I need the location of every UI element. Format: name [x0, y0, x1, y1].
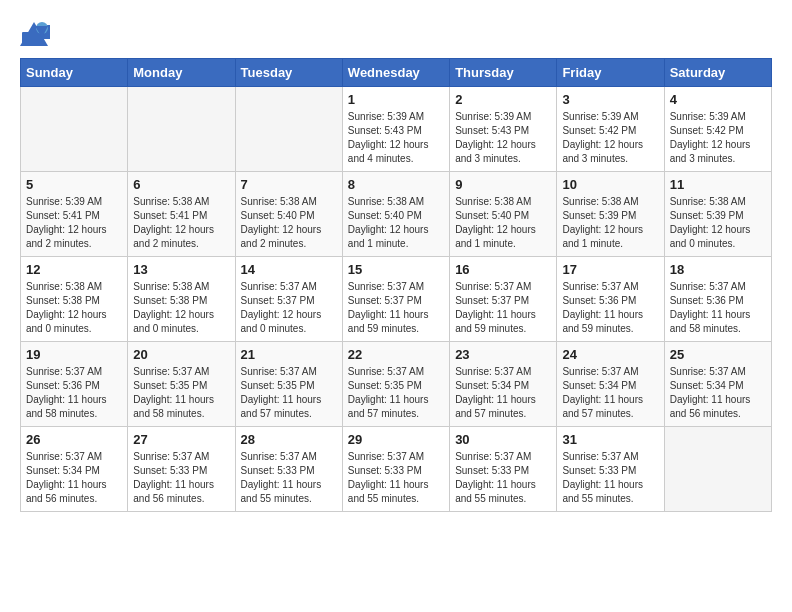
day-info: Sunrise: 5:38 AM Sunset: 5:41 PM Dayligh… — [133, 195, 229, 251]
day-info: Sunrise: 5:38 AM Sunset: 5:38 PM Dayligh… — [133, 280, 229, 336]
calendar-cell: 19Sunrise: 5:37 AM Sunset: 5:36 PM Dayli… — [21, 342, 128, 427]
day-info: Sunrise: 5:37 AM Sunset: 5:37 PM Dayligh… — [241, 280, 337, 336]
day-number: 26 — [26, 432, 122, 447]
day-number: 27 — [133, 432, 229, 447]
calendar-cell: 13Sunrise: 5:38 AM Sunset: 5:38 PM Dayli… — [128, 257, 235, 342]
weekday-header-wednesday: Wednesday — [342, 59, 449, 87]
calendar-cell: 31Sunrise: 5:37 AM Sunset: 5:33 PM Dayli… — [557, 427, 664, 512]
day-info: Sunrise: 5:37 AM Sunset: 5:36 PM Dayligh… — [670, 280, 766, 336]
day-info: Sunrise: 5:38 AM Sunset: 5:40 PM Dayligh… — [348, 195, 444, 251]
day-number: 11 — [670, 177, 766, 192]
calendar-cell: 9Sunrise: 5:38 AM Sunset: 5:40 PM Daylig… — [450, 172, 557, 257]
day-info: Sunrise: 5:37 AM Sunset: 5:35 PM Dayligh… — [348, 365, 444, 421]
calendar-cell: 8Sunrise: 5:38 AM Sunset: 5:40 PM Daylig… — [342, 172, 449, 257]
day-info: Sunrise: 5:38 AM Sunset: 5:38 PM Dayligh… — [26, 280, 122, 336]
day-number: 9 — [455, 177, 551, 192]
day-info: Sunrise: 5:37 AM Sunset: 5:37 PM Dayligh… — [348, 280, 444, 336]
weekday-header-monday: Monday — [128, 59, 235, 87]
calendar-cell — [235, 87, 342, 172]
day-number: 30 — [455, 432, 551, 447]
day-info: Sunrise: 5:39 AM Sunset: 5:41 PM Dayligh… — [26, 195, 122, 251]
day-info: Sunrise: 5:37 AM Sunset: 5:35 PM Dayligh… — [133, 365, 229, 421]
day-number: 8 — [348, 177, 444, 192]
day-info: Sunrise: 5:37 AM Sunset: 5:33 PM Dayligh… — [348, 450, 444, 506]
day-number: 15 — [348, 262, 444, 277]
day-info: Sunrise: 5:37 AM Sunset: 5:34 PM Dayligh… — [562, 365, 658, 421]
day-number: 24 — [562, 347, 658, 362]
day-number: 12 — [26, 262, 122, 277]
calendar-cell: 22Sunrise: 5:37 AM Sunset: 5:35 PM Dayli… — [342, 342, 449, 427]
calendar-week-row: 5Sunrise: 5:39 AM Sunset: 5:41 PM Daylig… — [21, 172, 772, 257]
logo-icon — [20, 20, 50, 48]
calendar-cell: 5Sunrise: 5:39 AM Sunset: 5:41 PM Daylig… — [21, 172, 128, 257]
day-info: Sunrise: 5:39 AM Sunset: 5:43 PM Dayligh… — [348, 110, 444, 166]
day-number: 4 — [670, 92, 766, 107]
calendar-cell: 27Sunrise: 5:37 AM Sunset: 5:33 PM Dayli… — [128, 427, 235, 512]
calendar-table: SundayMondayTuesdayWednesdayThursdayFrid… — [20, 58, 772, 512]
weekday-header-saturday: Saturday — [664, 59, 771, 87]
calendar-cell: 14Sunrise: 5:37 AM Sunset: 5:37 PM Dayli… — [235, 257, 342, 342]
calendar-cell: 3Sunrise: 5:39 AM Sunset: 5:42 PM Daylig… — [557, 87, 664, 172]
day-number: 28 — [241, 432, 337, 447]
weekday-header-tuesday: Tuesday — [235, 59, 342, 87]
day-info: Sunrise: 5:38 AM Sunset: 5:40 PM Dayligh… — [455, 195, 551, 251]
calendar-cell — [128, 87, 235, 172]
calendar-week-row: 19Sunrise: 5:37 AM Sunset: 5:36 PM Dayli… — [21, 342, 772, 427]
day-info: Sunrise: 5:37 AM Sunset: 5:36 PM Dayligh… — [562, 280, 658, 336]
day-number: 7 — [241, 177, 337, 192]
day-info: Sunrise: 5:38 AM Sunset: 5:39 PM Dayligh… — [670, 195, 766, 251]
day-number: 22 — [348, 347, 444, 362]
calendar-cell: 12Sunrise: 5:38 AM Sunset: 5:38 PM Dayli… — [21, 257, 128, 342]
calendar-cell: 25Sunrise: 5:37 AM Sunset: 5:34 PM Dayli… — [664, 342, 771, 427]
day-number: 17 — [562, 262, 658, 277]
day-number: 5 — [26, 177, 122, 192]
day-info: Sunrise: 5:37 AM Sunset: 5:33 PM Dayligh… — [241, 450, 337, 506]
calendar-cell: 30Sunrise: 5:37 AM Sunset: 5:33 PM Dayli… — [450, 427, 557, 512]
calendar-cell: 18Sunrise: 5:37 AM Sunset: 5:36 PM Dayli… — [664, 257, 771, 342]
calendar-cell: 17Sunrise: 5:37 AM Sunset: 5:36 PM Dayli… — [557, 257, 664, 342]
calendar-cell: 21Sunrise: 5:37 AM Sunset: 5:35 PM Dayli… — [235, 342, 342, 427]
calendar-header-row: SundayMondayTuesdayWednesdayThursdayFrid… — [21, 59, 772, 87]
weekday-header-thursday: Thursday — [450, 59, 557, 87]
day-info: Sunrise: 5:39 AM Sunset: 5:43 PM Dayligh… — [455, 110, 551, 166]
day-info: Sunrise: 5:38 AM Sunset: 5:39 PM Dayligh… — [562, 195, 658, 251]
calendar-cell: 26Sunrise: 5:37 AM Sunset: 5:34 PM Dayli… — [21, 427, 128, 512]
calendar-cell — [664, 427, 771, 512]
day-info: Sunrise: 5:37 AM Sunset: 5:33 PM Dayligh… — [133, 450, 229, 506]
calendar-cell: 28Sunrise: 5:37 AM Sunset: 5:33 PM Dayli… — [235, 427, 342, 512]
day-number: 18 — [670, 262, 766, 277]
day-number: 10 — [562, 177, 658, 192]
day-info: Sunrise: 5:37 AM Sunset: 5:35 PM Dayligh… — [241, 365, 337, 421]
calendar-week-row: 26Sunrise: 5:37 AM Sunset: 5:34 PM Dayli… — [21, 427, 772, 512]
day-number: 31 — [562, 432, 658, 447]
day-info: Sunrise: 5:37 AM Sunset: 5:34 PM Dayligh… — [455, 365, 551, 421]
day-number: 23 — [455, 347, 551, 362]
logo — [20, 20, 54, 48]
svg-rect-2 — [22, 32, 38, 46]
page-header — [20, 20, 772, 48]
calendar-cell: 6Sunrise: 5:38 AM Sunset: 5:41 PM Daylig… — [128, 172, 235, 257]
calendar-cell: 20Sunrise: 5:37 AM Sunset: 5:35 PM Dayli… — [128, 342, 235, 427]
day-number: 29 — [348, 432, 444, 447]
calendar-week-row: 12Sunrise: 5:38 AM Sunset: 5:38 PM Dayli… — [21, 257, 772, 342]
weekday-header-sunday: Sunday — [21, 59, 128, 87]
day-info: Sunrise: 5:37 AM Sunset: 5:34 PM Dayligh… — [670, 365, 766, 421]
day-info: Sunrise: 5:39 AM Sunset: 5:42 PM Dayligh… — [670, 110, 766, 166]
calendar-cell: 4Sunrise: 5:39 AM Sunset: 5:42 PM Daylig… — [664, 87, 771, 172]
calendar-cell: 11Sunrise: 5:38 AM Sunset: 5:39 PM Dayli… — [664, 172, 771, 257]
day-info: Sunrise: 5:37 AM Sunset: 5:33 PM Dayligh… — [455, 450, 551, 506]
day-info: Sunrise: 5:37 AM Sunset: 5:36 PM Dayligh… — [26, 365, 122, 421]
day-number: 6 — [133, 177, 229, 192]
day-number: 19 — [26, 347, 122, 362]
day-number: 20 — [133, 347, 229, 362]
day-number: 21 — [241, 347, 337, 362]
day-number: 16 — [455, 262, 551, 277]
calendar-cell: 23Sunrise: 5:37 AM Sunset: 5:34 PM Dayli… — [450, 342, 557, 427]
weekday-header-friday: Friday — [557, 59, 664, 87]
calendar-cell: 7Sunrise: 5:38 AM Sunset: 5:40 PM Daylig… — [235, 172, 342, 257]
calendar-cell: 10Sunrise: 5:38 AM Sunset: 5:39 PM Dayli… — [557, 172, 664, 257]
day-info: Sunrise: 5:39 AM Sunset: 5:42 PM Dayligh… — [562, 110, 658, 166]
calendar-cell: 29Sunrise: 5:37 AM Sunset: 5:33 PM Dayli… — [342, 427, 449, 512]
day-info: Sunrise: 5:37 AM Sunset: 5:33 PM Dayligh… — [562, 450, 658, 506]
day-info: Sunrise: 5:38 AM Sunset: 5:40 PM Dayligh… — [241, 195, 337, 251]
